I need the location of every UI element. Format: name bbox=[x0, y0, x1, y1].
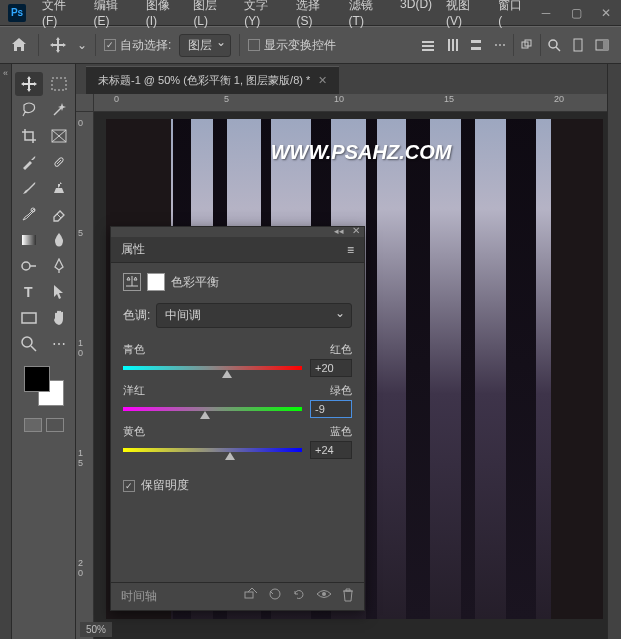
visibility-icon[interactable] bbox=[316, 588, 332, 605]
more-opts-icon[interactable]: ⋯ bbox=[489, 34, 511, 56]
menu-image[interactable]: 图像(I) bbox=[140, 0, 186, 32]
home-icon[interactable] bbox=[8, 34, 30, 56]
timeline-tab[interactable]: 时间轴 bbox=[121, 588, 157, 605]
svg-rect-28 bbox=[22, 313, 36, 323]
menu-filter[interactable]: 滤镜(T) bbox=[343, 0, 393, 32]
eyedropper-tool[interactable] bbox=[15, 150, 43, 174]
menu-file[interactable]: 文件(F) bbox=[36, 0, 86, 32]
svg-point-33 bbox=[322, 592, 326, 596]
eraser-tool[interactable] bbox=[45, 202, 73, 226]
svg-line-23 bbox=[57, 214, 61, 218]
foreground-color[interactable] bbox=[24, 366, 50, 392]
tone-select[interactable]: 中间调 bbox=[156, 303, 352, 328]
type-tool[interactable]: T bbox=[15, 280, 43, 304]
properties-panel: ◂◂ ✕ 属性 ≡ 色彩平衡 色调: 中间调 青色 红色 bbox=[110, 226, 365, 611]
gradient-tool[interactable] bbox=[15, 228, 43, 252]
view-previous-icon[interactable] bbox=[268, 588, 282, 605]
close-tab-icon[interactable]: ✕ bbox=[318, 74, 327, 87]
menu-edit[interactable]: 编辑(E) bbox=[88, 0, 138, 32]
menu-type[interactable]: 文字(Y) bbox=[238, 0, 288, 32]
3d-mode-icon[interactable] bbox=[516, 34, 538, 56]
share-icon[interactable] bbox=[567, 34, 589, 56]
ruler-vertical[interactable]: 0 5 1 0 1 5 2 0 bbox=[76, 112, 94, 639]
healing-tool[interactable] bbox=[45, 150, 73, 174]
yellow-label: 黄色 bbox=[123, 424, 145, 439]
align-v-icon[interactable] bbox=[465, 34, 487, 56]
minimize-button[interactable]: ─ bbox=[531, 0, 561, 26]
align-h-icon[interactable] bbox=[441, 34, 463, 56]
magenta-green-slider[interactable] bbox=[123, 407, 302, 411]
menu-layer[interactable]: 图层(L) bbox=[187, 0, 236, 32]
history-brush-tool[interactable] bbox=[15, 202, 43, 226]
marquee-tool[interactable] bbox=[45, 72, 73, 96]
panel-toggle-icon[interactable] bbox=[591, 34, 613, 56]
red-label: 红色 bbox=[330, 342, 352, 357]
clip-icon[interactable] bbox=[244, 588, 258, 605]
menu-view[interactable]: 视图(V) bbox=[440, 0, 490, 32]
titlebar: Ps 文件(F) 编辑(E) 图像(I) 图层(L) 文字(Y) 选择(S) 滤… bbox=[0, 0, 621, 26]
svg-rect-1 bbox=[422, 45, 434, 47]
menu-select[interactable]: 选择(S) bbox=[290, 0, 340, 32]
yellow-blue-slider[interactable] bbox=[123, 448, 302, 452]
move-tool-icon[interactable] bbox=[47, 34, 69, 56]
brush-tool[interactable] bbox=[15, 176, 43, 200]
zoom-label[interactable]: 50% bbox=[80, 622, 112, 637]
rectangle-tool[interactable] bbox=[15, 306, 43, 330]
auto-select-checkbox[interactable]: 自动选择: bbox=[104, 37, 171, 54]
show-transform-checkbox[interactable]: 显示变换控件 bbox=[248, 37, 336, 54]
cyan-red-slider[interactable] bbox=[123, 366, 302, 370]
clone-stamp-tool[interactable] bbox=[45, 176, 73, 200]
svg-rect-7 bbox=[471, 47, 481, 50]
mask-thumb-icon[interactable] bbox=[147, 273, 165, 291]
path-select-tool[interactable] bbox=[45, 280, 73, 304]
pen-tool[interactable] bbox=[45, 254, 73, 278]
adjustment-name: 色彩平衡 bbox=[171, 274, 219, 291]
svg-rect-24 bbox=[22, 235, 36, 245]
standard-mode[interactable] bbox=[24, 418, 42, 432]
move-tool[interactable] bbox=[15, 72, 43, 96]
layer-select[interactable]: 图层 bbox=[179, 34, 231, 57]
magenta-green-value[interactable]: -9 bbox=[310, 400, 352, 418]
magic-wand-tool[interactable] bbox=[45, 98, 73, 122]
cyan-red-value[interactable]: +20 bbox=[310, 359, 352, 377]
collapse-panel-icon[interactable]: ◂◂ bbox=[334, 226, 344, 236]
zoom-tool[interactable] bbox=[15, 332, 43, 356]
close-panel-icon[interactable]: ✕ bbox=[352, 225, 360, 236]
dodge-tool[interactable] bbox=[15, 254, 43, 278]
frame-tool[interactable] bbox=[45, 124, 73, 148]
hand-tool[interactable] bbox=[45, 306, 73, 330]
svg-rect-3 bbox=[448, 39, 450, 51]
edit-toolbar[interactable]: ⋯ bbox=[45, 332, 73, 356]
dropdown-icon[interactable]: ⌄ bbox=[77, 34, 87, 56]
left-collapse-strip[interactable]: « bbox=[0, 64, 12, 639]
preserve-luminosity-checkbox[interactable]: 保留明度 bbox=[123, 477, 352, 494]
close-button[interactable]: ✕ bbox=[591, 0, 621, 26]
ruler-horizontal[interactable]: 0 5 10 15 20 bbox=[94, 94, 607, 112]
document-tab[interactable]: 未标题-1 @ 50% (色彩平衡 1, 图层蒙版/8) * ✕ bbox=[86, 66, 339, 94]
reset-icon[interactable] bbox=[292, 588, 306, 605]
panel-tab[interactable]: 属性 ≡ bbox=[111, 237, 364, 263]
menu-3d[interactable]: 3D(D) bbox=[394, 0, 438, 32]
menubar: 文件(F) 编辑(E) 图像(I) 图层(L) 文字(Y) 选择(S) 滤镜(T… bbox=[36, 0, 531, 32]
right-collapse-strip[interactable] bbox=[607, 64, 621, 639]
svg-rect-14 bbox=[603, 40, 608, 50]
quick-mask-mode[interactable] bbox=[46, 418, 64, 432]
trash-icon[interactable] bbox=[342, 588, 354, 605]
yellow-blue-value[interactable]: +24 bbox=[310, 441, 352, 459]
cyan-label: 青色 bbox=[123, 342, 145, 357]
svg-rect-6 bbox=[471, 40, 481, 43]
color-picker[interactable] bbox=[22, 364, 66, 408]
panel-menu-icon[interactable]: ≡ bbox=[347, 243, 354, 257]
maximize-button[interactable]: ▢ bbox=[561, 0, 591, 26]
svg-point-10 bbox=[549, 40, 557, 48]
menu-window[interactable]: 窗口( bbox=[492, 0, 531, 32]
lasso-tool[interactable] bbox=[15, 98, 43, 122]
blur-tool[interactable] bbox=[45, 228, 73, 252]
crop-tool[interactable] bbox=[15, 124, 43, 148]
svg-rect-31 bbox=[245, 592, 253, 598]
search-icon[interactable] bbox=[543, 34, 565, 56]
tone-label: 色调: bbox=[123, 307, 150, 324]
ruler-origin[interactable] bbox=[76, 94, 94, 112]
align-edges-icon[interactable] bbox=[417, 34, 439, 56]
panel-drag-handle[interactable]: ◂◂ ✕ bbox=[111, 227, 364, 237]
